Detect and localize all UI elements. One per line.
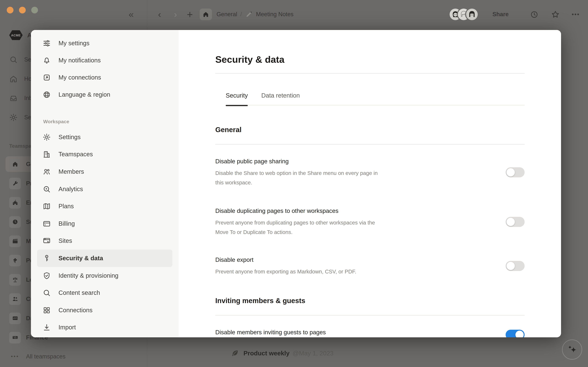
setting-title: Disable export [215,255,506,264]
setting-row: Disable duplicating pages to other works… [215,206,525,237]
setting-description: Prevent anyone from exporting as Markdow… [215,267,387,276]
settings-nav-item-connections[interactable]: Connections [37,301,173,319]
setting-title: Disable public page sharing [215,157,506,166]
people-icon [43,167,51,176]
settings-nav-item-my-settings[interactable]: My settings [37,34,173,52]
settings-nav-item-my-notifications[interactable]: My notifications [37,52,173,69]
ellipsis-icon: ••• [9,354,21,360]
sparkles-icon [566,343,578,356]
page-row[interactable]: Product weekly @May 1, 2023 [231,345,334,361]
settings-nav-item-plans[interactable]: Plans [37,198,173,215]
settings-nav-item-import[interactable]: Import [37,319,173,336]
divider [215,315,525,316]
ai-assistant-button[interactable] [562,340,582,360]
setting-title: Disable members inviting guests to pages [215,328,506,336]
tab-bar: SecurityData retention [226,92,525,106]
building-icon [43,150,51,158]
close-window-button[interactable] [7,7,13,13]
money-icon [12,334,18,341]
setting-description: Disable the Share to web option in the S… [215,168,387,187]
settings-content: Security & data SecurityData retention G… [179,30,561,337]
workspace-logo: ACME [9,30,23,40]
page-content: Product weekly @May 1, 2023 Product week… [231,345,334,363]
history-button[interactable] [530,0,538,29]
settings-nav-item-billing[interactable]: Billing [37,215,173,232]
tab-security[interactable]: Security [226,92,248,105]
settings-nav-item-analytics[interactable]: Analytics [37,180,173,198]
scales-icon [12,276,18,283]
settings-nav-item-settings[interactable]: Settings [37,128,173,146]
setting-title: Disable duplicating pages to other works… [215,206,506,215]
settings-nav-item-members[interactable]: Members [37,163,173,180]
grid-icon [43,306,51,314]
settings-modal: My settings My notifications My connecti… [31,30,561,337]
inbox-icon [9,94,18,102]
settings-nav-item-identity-provisioning[interactable]: Identity & provisioning [37,267,173,284]
back-button[interactable]: ‹ [158,0,161,29]
window-controls [7,7,38,13]
card-icon [43,220,51,228]
clock-filled-icon [12,219,18,225]
toggle-switch[interactable] [506,167,525,177]
share-button[interactable]: Share [493,0,509,29]
search-icon [43,289,51,297]
zoom-window-button[interactable] [31,7,38,13]
house-filled-icon [12,161,18,167]
globe-icon [43,90,51,99]
setting-row: Disable export Prevent anyone from expor… [215,255,525,276]
minimize-window-button[interactable] [19,7,26,13]
wave-icon [12,315,18,321]
wrench-icon [12,180,18,187]
tab-data-retention[interactable]: Data retention [261,92,300,105]
toolbar: « ‹ › + General / Meeting Notes Share [0,0,588,29]
avatar [466,8,478,20]
page-row[interactable]: Product weekly @May 8, 2023 [231,363,334,367]
settings-nav-item-my-connections[interactable]: My connections [37,69,173,86]
flower-icon [12,257,18,264]
breadcrumb-page[interactable]: Meeting Notes [256,11,294,18]
bell-icon [43,56,51,64]
settings-nav-item-sites[interactable]: Sites [37,232,173,250]
browser-icon [43,237,51,245]
key-icon [43,254,51,262]
people-filled-icon [12,296,18,302]
pencil-icon [245,10,253,18]
divider [215,144,525,145]
section-heading: General [215,125,525,134]
ellipsis-icon [571,10,580,19]
clapper-icon [12,238,18,244]
toggle-switch[interactable] [506,217,525,227]
forward-button[interactable]: › [174,0,177,29]
settings-nav-item-security-data[interactable]: Security & data [37,250,173,267]
home-outline-icon [9,75,18,83]
gear-icon [43,133,51,141]
setting-row: Disable public page sharing Disable the … [215,157,525,187]
gear-icon [9,113,18,122]
settings-nav-item-teamspaces[interactable]: Teamspaces [37,146,173,163]
toggle-switch[interactable] [506,261,525,271]
favorite-button[interactable] [551,0,560,29]
clock-icon [530,10,538,18]
map-icon [43,202,51,210]
analytics-icon [43,185,51,193]
more-button[interactable] [571,0,580,29]
section-heading: Inviting members & guests [215,296,525,305]
home-icon [202,11,209,18]
settings-nav: My settings My notifications My connecti… [31,30,179,337]
setting-row: Disable members inviting guests to pages [215,328,525,337]
toggle-switch[interactable] [506,330,525,337]
settings-nav-item-content-search[interactable]: Content search [37,284,173,301]
new-page-button[interactable]: + [187,0,193,29]
share-out-icon [43,73,51,82]
collaborator-avatars[interactable] [450,0,478,29]
setting-description: Prevent anyone from duplicating pages to… [215,218,387,237]
breadcrumb[interactable]: General / Meeting Notes [216,0,294,29]
breadcrumb-root[interactable]: General [216,11,237,18]
page-title: Security & data [215,53,525,66]
all-teamspaces-item[interactable]: ••• All teamspaces [0,347,147,366]
workspace-section-header: Workspace [43,119,179,125]
shield-icon [43,271,51,280]
sidebar-collapse-button[interactable]: « [129,0,134,29]
settings-nav-item-language-region[interactable]: Language & region [37,86,173,103]
breadcrumb-home[interactable] [200,0,212,29]
